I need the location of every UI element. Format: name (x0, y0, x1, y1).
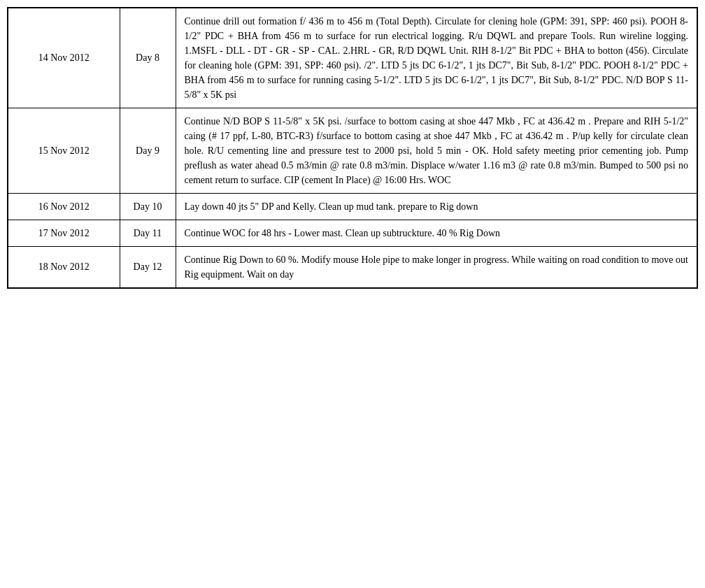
date-cell: 15 Nov 2012 (8, 108, 120, 194)
table-row: 14 Nov 2012Day 8Continue drill out forma… (8, 8, 697, 108)
table-row: 17 Nov 2012Day 11Continue WOC for 48 hrs… (8, 220, 697, 247)
day-cell: Day 8 (120, 8, 176, 108)
date-cell: 14 Nov 2012 (8, 8, 120, 108)
day-cell: Day 10 (120, 194, 176, 220)
date-cell: 18 Nov 2012 (8, 247, 120, 289)
description-cell: Continue Rig Down to 60 %. Modify mouse … (176, 247, 697, 289)
description-cell: Continue N/D BOP S 11-5/8" x 5K psi. /su… (176, 108, 697, 194)
date-cell: 16 Nov 2012 (8, 194, 120, 220)
description-cell: Continue WOC for 48 hrs - Lower mast. Cl… (176, 220, 697, 247)
day-cell: Day 9 (120, 108, 176, 194)
main-container: 14 Nov 2012Day 8Continue drill out forma… (0, 0, 705, 588)
day-cell: Day 11 (120, 220, 176, 247)
day-cell: Day 12 (120, 247, 176, 289)
operations-table: 14 Nov 2012Day 8Continue drill out forma… (7, 7, 698, 289)
date-cell: 17 Nov 2012 (8, 220, 120, 247)
table-row: 16 Nov 2012Day 10Lay down 40 jts 5" DP a… (8, 194, 697, 220)
description-cell: Continue drill out formation f/ 436 m to… (176, 8, 697, 108)
table-row: 15 Nov 2012Day 9Continue N/D BOP S 11-5/… (8, 108, 697, 194)
description-cell: Lay down 40 jts 5" DP and Kelly. Clean u… (176, 194, 697, 220)
table-row: 18 Nov 2012Day 12Continue Rig Down to 60… (8, 247, 697, 289)
